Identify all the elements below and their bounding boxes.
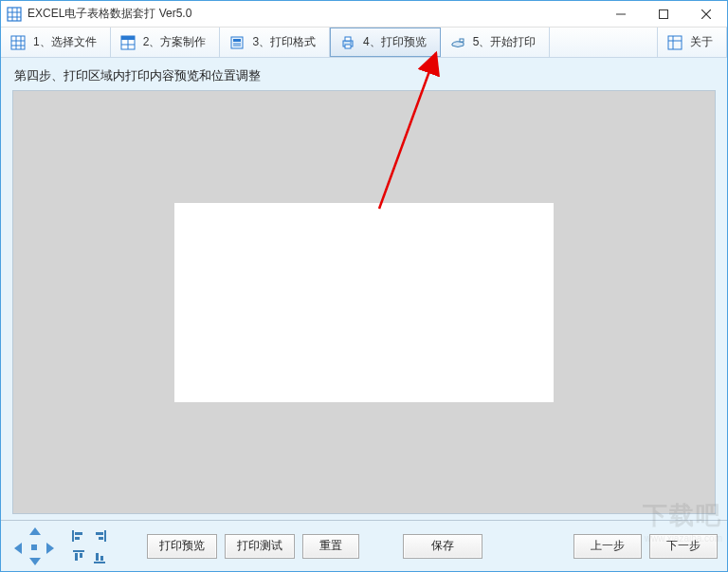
toolbar-print-preview[interactable]: 4、打印预览: [330, 28, 441, 57]
preview-paper: [174, 203, 554, 402]
arrow-right-icon[interactable]: [46, 543, 54, 554]
align-group: [69, 526, 109, 566]
svg-rect-38: [80, 553, 82, 558]
svg-rect-27: [668, 36, 682, 49]
svg-rect-31: [75, 532, 82, 535]
svg-rect-41: [100, 556, 103, 561]
svg-point-25: [350, 42, 352, 44]
format-icon: [229, 35, 245, 50]
printer-preview-icon: [340, 35, 355, 50]
toolbar-label: 5、开始打印: [473, 34, 537, 50]
toolbar-scheme[interactable]: 2、方案制作: [111, 28, 221, 57]
close-button[interactable]: [684, 1, 727, 27]
minimize-button[interactable]: [599, 1, 642, 27]
bottom-bar: 打印预览 打印测试 重置 保存 上一步 下一步: [1, 520, 727, 571]
center-icon[interactable]: [31, 544, 37, 550]
sheet-icon: [120, 35, 136, 50]
save-button[interactable]: 保存: [403, 534, 482, 559]
toolbar-label: 1、选择文件: [33, 34, 97, 50]
reset-button[interactable]: 重置: [302, 534, 359, 559]
toolbar-label: 3、打印格式: [252, 34, 316, 50]
arrow-left-icon[interactable]: [14, 543, 22, 554]
svg-rect-40: [96, 553, 99, 561]
window-controls: [599, 1, 727, 27]
step-description: 第四步、打印区域内打印内容预览和位置调整: [12, 67, 716, 84]
arrow-up-icon[interactable]: [29, 527, 41, 535]
about-icon: [667, 35, 682, 50]
svg-rect-0: [8, 8, 21, 21]
svg-rect-19: [233, 39, 241, 42]
svg-rect-18: [231, 37, 243, 48]
svg-rect-37: [75, 553, 78, 561]
main-toolbar: 1、选择文件 2、方案制作 3、打印格式 4、打印预览 5、开始打印: [1, 28, 727, 58]
app-icon: [7, 7, 22, 22]
align-left-button[interactable]: [69, 526, 88, 545]
svg-rect-32: [75, 537, 80, 540]
print-preview-button[interactable]: 打印预览: [147, 534, 217, 559]
svg-rect-6: [659, 9, 667, 18]
toolbar-print-format[interactable]: 3、打印格式: [220, 28, 330, 57]
svg-rect-23: [345, 37, 351, 41]
toolbar-start-print[interactable]: 5、开始打印: [441, 28, 551, 57]
titlebar: EXCEL电子表格数据套打 Ver5.0: [1, 1, 727, 28]
svg-rect-26: [460, 39, 464, 42]
svg-rect-9: [11, 36, 25, 49]
arrow-down-icon[interactable]: [29, 558, 41, 565]
window-title: EXCEL电子表格数据套打 Ver5.0: [27, 6, 599, 22]
svg-rect-15: [121, 36, 135, 40]
print-preview-area[interactable]: [12, 90, 716, 514]
svg-rect-35: [99, 537, 103, 540]
grid-icon: [10, 35, 26, 50]
next-step-button[interactable]: 下一步: [649, 534, 718, 559]
content-area: 第四步、打印区域内打印内容预览和位置调整: [1, 58, 727, 520]
align-right-button[interactable]: [90, 526, 109, 545]
prev-step-button[interactable]: 上一步: [573, 534, 642, 559]
align-top-button[interactable]: [69, 547, 88, 566]
maximize-button[interactable]: [642, 1, 684, 27]
toolbar-label: 2、方案制作: [143, 34, 207, 50]
toolbar-label: 关于: [690, 34, 713, 50]
print-test-button[interactable]: 打印测试: [225, 534, 295, 559]
printer-icon: [450, 35, 465, 50]
app-window: EXCEL电子表格数据套打 Ver5.0 1、选择文件 2、方案制作: [0, 0, 728, 572]
nudge-dpad[interactable]: [10, 526, 58, 567]
toolbar-select-file[interactable]: 1、选择文件: [1, 28, 111, 57]
toolbar-label: 4、打印预览: [363, 34, 427, 50]
svg-rect-24: [345, 45, 351, 48]
svg-rect-34: [96, 532, 103, 535]
toolbar-about[interactable]: 关于: [657, 28, 727, 57]
align-bottom-button[interactable]: [90, 547, 109, 566]
